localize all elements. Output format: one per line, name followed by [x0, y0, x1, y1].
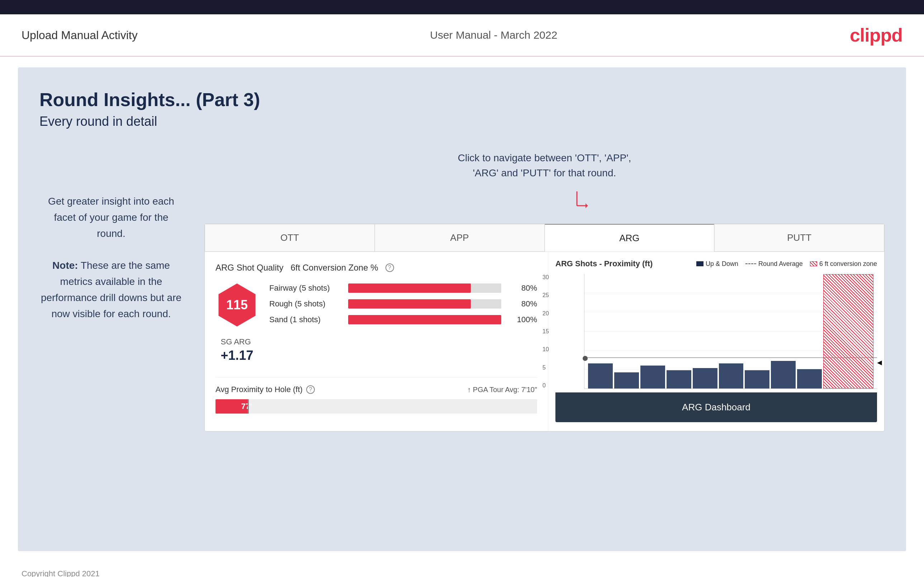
main-content: Round Insights... (Part 3) Every round i…	[18, 68, 906, 551]
bar-fill-sand	[348, 315, 501, 324]
bar-pct-fairway: 80%	[509, 284, 537, 293]
upload-label: Upload Manual Activity	[21, 29, 138, 42]
tab-arg[interactable]: ARG	[544, 224, 715, 251]
right-panel: Click to navigate between 'OTT', 'APP','…	[204, 150, 885, 432]
nav-hint: Click to navigate between 'OTT', 'APP','…	[204, 150, 885, 181]
y-axis-labels: 0 5 10 15 20 25 30	[541, 274, 550, 389]
sg-label: SG ARG	[221, 337, 253, 347]
legend-hatch-zone	[810, 261, 817, 266]
proximity-bar-container: 77'	[215, 399, 537, 414]
legend-item-updown: Up & Down	[696, 260, 738, 268]
bar-pct-rough: 80%	[509, 299, 537, 309]
chart-area: ◄ 8	[584, 274, 877, 389]
chart-bar	[614, 372, 639, 388]
shot-label-sand: Sand (1 shots)	[269, 315, 341, 324]
shot-label-rough: Rough (5 shots)	[269, 299, 341, 309]
instruction-text: Get greater insight into each facet of y…	[39, 193, 183, 322]
shot-row: Fairway (5 shots) 80%	[269, 284, 537, 293]
arrow-container	[204, 188, 885, 216]
hexagon-score: 115	[215, 284, 258, 327]
tab-ott[interactable]: OTT	[205, 224, 375, 251]
shot-label-fairway: Fairway (5 shots)	[269, 284, 341, 293]
legend-label-avg: Round Average	[758, 260, 803, 268]
chart-wrapper: 0 5 10 15 20 25 30	[556, 274, 877, 389]
chart-bars	[585, 274, 877, 388]
shot-row: Rough (5 shots) 80%	[269, 299, 537, 309]
conversion-label: 6ft Conversion Zone %	[291, 263, 378, 273]
dashboard-card: OTT APP ARG PUTT ARG Shot Quality 6ft Co…	[204, 224, 885, 432]
y-label-20: 20	[543, 310, 549, 317]
doc-title: User Manual - March 2022	[430, 29, 557, 41]
bar-fill-fairway	[348, 284, 471, 293]
y-label-15: 15	[543, 328, 549, 335]
top-bar	[0, 0, 924, 15]
bar-fairway	[348, 284, 501, 293]
chart-bar-hatch-large	[823, 274, 874, 388]
bar-pct-sand: 100%	[509, 315, 537, 324]
right-section: ARG Shots - Proximity (ft) Up & Down Rou…	[548, 252, 884, 431]
dashboard-button[interactable]: ARG Dashboard	[556, 392, 877, 422]
pga-avg: ↑ PGA Tour Avg: 7'10"	[467, 386, 537, 394]
page-title: Round Insights... (Part 3)	[39, 89, 885, 110]
left-panel: Get greater insight into each facet of y…	[39, 150, 183, 432]
chart-header: ARG Shots - Proximity (ft) Up & Down Rou…	[556, 259, 877, 268]
content-layout: Get greater insight into each facet of y…	[39, 150, 885, 432]
card-body: ARG Shot Quality 6ft Conversion Zone % ?…	[205, 252, 884, 431]
bar-rough	[348, 299, 501, 309]
chart-bar	[693, 368, 717, 388]
y-label-5: 5	[543, 364, 549, 371]
chart-bar	[667, 370, 691, 388]
proximity-help-icon[interactable]: ?	[306, 385, 315, 394]
sg-value: +1.17	[221, 348, 253, 363]
header: Upload Manual Activity User Manual - Mar…	[0, 15, 924, 56]
proximity-section: Avg Proximity to Hole (ft) ? ↑ PGA Tour …	[215, 377, 537, 414]
chart-title: ARG Shots - Proximity (ft)	[556, 259, 653, 268]
tab-app[interactable]: APP	[375, 224, 544, 251]
sg-section: SG ARG +1.17	[221, 337, 253, 363]
chart-bar	[771, 361, 796, 388]
footer: Copyright Clippd 2021	[0, 562, 924, 577]
shot-row: Sand (1 shots) 100%	[269, 315, 537, 324]
shot-rows: Fairway (5 shots) 80% Rough (5 shots)	[269, 284, 537, 363]
legend-item-avg: Round Average	[745, 260, 803, 268]
bar-fill-rough	[348, 299, 471, 309]
logo: clippd	[850, 24, 903, 46]
shot-quality-label: ARG Shot Quality	[215, 263, 283, 273]
tab-putt[interactable]: PUTT	[714, 224, 884, 251]
y-label-10: 10	[543, 346, 549, 353]
note-label: Note:	[52, 260, 78, 271]
tabs-row: OTT APP ARG PUTT	[205, 224, 884, 252]
y-label-30: 30	[543, 274, 549, 280]
chart-bar	[640, 366, 665, 388]
proximity-value: 77'	[241, 402, 252, 411]
legend-label-updown: Up & Down	[706, 260, 738, 268]
proximity-header: Avg Proximity to Hole (ft) ? ↑ PGA Tour …	[215, 385, 537, 394]
nav-arrow	[573, 188, 602, 216]
legend-box-updown	[696, 261, 703, 266]
chart-bar	[745, 370, 769, 388]
proximity-marker	[248, 399, 249, 414]
proximity-label-text: Avg Proximity to Hole (ft)	[215, 385, 303, 394]
chart-bar	[719, 363, 744, 388]
legend-item-zone: 6 ft conversion zone	[810, 260, 877, 268]
chart-bar	[588, 363, 613, 388]
copyright: Copyright Clippd 2021	[21, 569, 100, 577]
left-section: ARG Shot Quality 6ft Conversion Zone % ?…	[205, 252, 548, 431]
chart-bar	[797, 369, 822, 388]
shot-quality-header: ARG Shot Quality 6ft Conversion Zone % ?	[215, 263, 537, 273]
legend-label-zone: 6 ft conversion zone	[819, 260, 877, 268]
bar-sand	[348, 315, 501, 324]
page-subtitle: Every round in detail	[39, 114, 885, 129]
score-column: 115 SG ARG +1.17	[215, 284, 258, 363]
legend-dashed-avg	[745, 263, 756, 264]
y-label-0: 0	[543, 382, 549, 389]
svg-marker-2	[586, 203, 588, 208]
left-section-inner: 115 SG ARG +1.17 Fairway (5 shot	[215, 284, 537, 363]
help-icon[interactable]: ?	[386, 263, 394, 272]
chart-legend: Up & Down Round Average 6 ft conversion …	[696, 260, 877, 268]
proximity-label: Avg Proximity to Hole (ft) ?	[215, 385, 315, 394]
y-label-25: 25	[543, 292, 549, 298]
